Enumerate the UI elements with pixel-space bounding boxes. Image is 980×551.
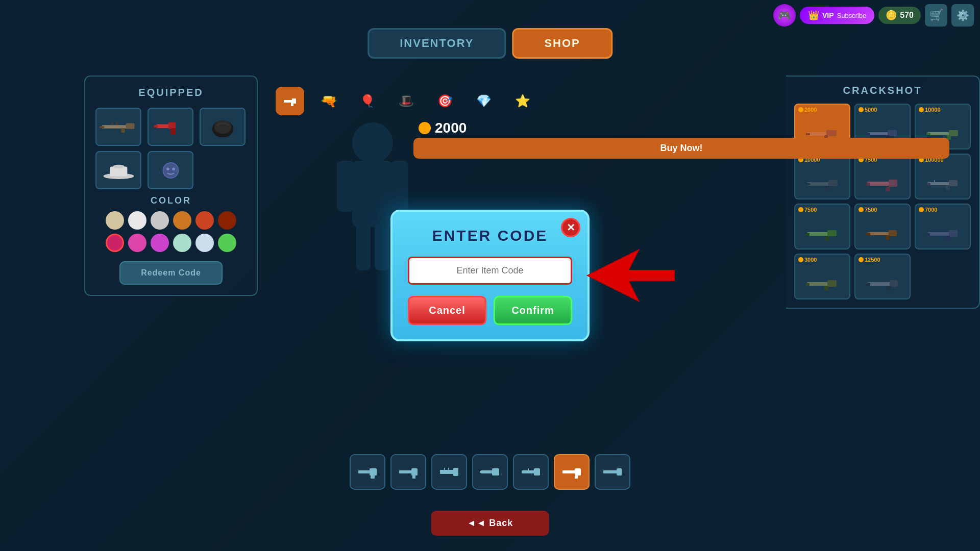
modal-backdrop: ✕ ENTER CODE Cancel Confirm <box>0 0 980 551</box>
confirm-button[interactable]: Confirm <box>494 296 572 325</box>
modal-buttons: Cancel Confirm <box>408 296 572 325</box>
modal-close-button[interactable]: ✕ <box>561 218 580 237</box>
modal-title: ENTER CODE <box>408 227 572 244</box>
cancel-button[interactable]: Cancel <box>408 296 486 325</box>
code-input[interactable] <box>409 258 571 283</box>
code-input-wrapper <box>408 257 572 285</box>
red-arrow-annotation <box>577 245 679 308</box>
svg-marker-93 <box>587 250 674 301</box>
enter-code-modal: ✕ ENTER CODE Cancel Confirm <box>390 210 590 341</box>
close-icon: ✕ <box>567 221 575 234</box>
